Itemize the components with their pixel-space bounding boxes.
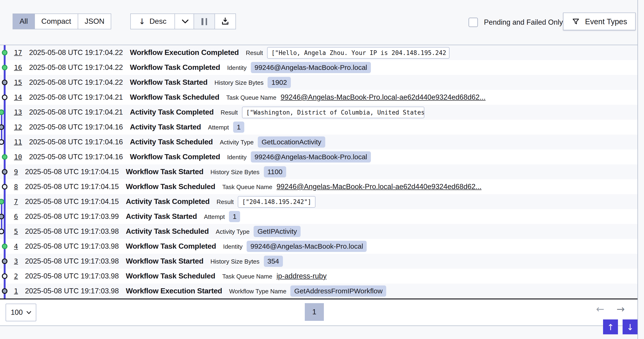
timeline-dot: [2, 169, 8, 175]
event-detail-value[interactable]: 99246@Angelas-MacBook-Pro.local-ae62d440…: [276, 183, 481, 191]
timeline-dot: [2, 243, 8, 249]
history-page: All Compact JSON ↓ Desc: [0, 0, 644, 339]
current-page-button[interactable]: 1: [305, 303, 324, 321]
event-row[interactable]: 3 2025-05-08 UTC 19:17:03.98 Workflow Ta…: [0, 254, 638, 269]
event-row[interactable]: 4 2025-05-08 UTC 19:17:03.98 Workflow Ta…: [0, 239, 638, 254]
previous-page-arrow-icon[interactable]: ←: [596, 304, 604, 314]
event-row[interactable]: 10 2025-05-08 UTC 19:17:04.16 Workflow T…: [0, 149, 638, 164]
event-row[interactable]: 14 2025-05-08 UTC 19:17:04.21 Workflow T…: [0, 90, 638, 105]
view-mode-compact-button[interactable]: Compact: [34, 14, 78, 29]
event-row[interactable]: 12 2025-05-08 UTC 19:17:04.16 Activity T…: [0, 120, 638, 135]
event-row[interactable]: 2 2025-05-08 UTC 19:17:03.98 Workflow Ta…: [0, 269, 638, 284]
sort-dropdown-button[interactable]: [174, 14, 196, 29]
event-row[interactable]: 6 2025-05-08 UTC 19:17:03.99 Activity Ta…: [0, 209, 638, 224]
event-id-link[interactable]: 3: [14, 257, 18, 265]
page-size-select[interactable]: 100: [6, 304, 36, 321]
event-detail-value[interactable]: ip-address-ruby: [276, 272, 326, 280]
event-name: Workflow Task Scheduled: [126, 183, 215, 191]
event-name: Workflow Task Completed: [130, 153, 220, 161]
event-row[interactable]: 13 2025-05-08 UTC 19:17:04.21 Activity T…: [0, 105, 638, 120]
event-detail-value: GetIPActivity: [254, 226, 301, 237]
chevron-down-icon: [182, 19, 189, 24]
event-detail-label: History Size Bytes: [210, 258, 260, 265]
view-mode-json-button[interactable]: JSON: [78, 14, 111, 29]
event-row[interactable]: 5 2025-05-08 UTC 19:17:03.98 Activity Ta…: [0, 224, 638, 239]
event-row[interactable]: 17 2025-05-08 UTC 19:17:04.22 Workflow E…: [0, 45, 638, 60]
timeline-dot: [2, 65, 8, 70]
view-mode-switcher: All Compact JSON: [12, 14, 112, 29]
event-name: Workflow Task Completed: [130, 63, 220, 72]
event-name: Activity Task Completed: [130, 108, 214, 116]
event-timestamp: 2025-05-08 UTC 19:17:03.98: [25, 227, 119, 236]
event-row[interactable]: 15 2025-05-08 UTC 19:17:04.22 Workflow T…: [0, 75, 638, 90]
event-detail: Task Queue Name ip-address-ruby: [222, 272, 327, 280]
event-row[interactable]: 7 2025-05-08 UTC 19:17:04.15 Activity Ta…: [0, 194, 638, 209]
event-detail-label: History Size Bytes: [214, 79, 264, 86]
view-mode-all-button[interactable]: All: [13, 14, 34, 29]
funnel-icon: [572, 17, 580, 26]
next-page-arrow-icon[interactable]: →: [616, 304, 625, 314]
event-id-link[interactable]: 6: [14, 213, 18, 220]
event-detail-value: ["Washington, District of Columbia, Unit…: [242, 106, 424, 118]
event-detail-value[interactable]: 99246@Angelas-MacBook-Pro.local-ae62d440…: [280, 93, 486, 102]
event-detail-label: Result: [220, 109, 238, 116]
table-action-buttons: [194, 14, 236, 29]
event-row[interactable]: 8 2025-05-08 UTC 19:17:04.15 Workflow Ta…: [0, 179, 638, 194]
event-row[interactable]: 16 2025-05-08 UTC 19:17:04.22 Workflow T…: [0, 60, 638, 75]
pause-autorefresh-button[interactable]: [194, 14, 215, 29]
event-id-link[interactable]: 2: [14, 272, 18, 280]
event-id-link[interactable]: 12: [14, 123, 22, 131]
event-detail: History Size Bytes 1902: [214, 77, 291, 88]
event-timestamp: 2025-05-08 UTC 19:17:04.22: [29, 78, 123, 87]
event-detail-value: GetLocationActivity: [258, 136, 325, 148]
event-detail: Attempt 1: [208, 122, 244, 133]
event-id-link[interactable]: 17: [14, 49, 22, 56]
event-row[interactable]: 9 2025-05-08 UTC 19:17:04.15 Workflow Ta…: [0, 164, 638, 179]
event-id-link[interactable]: 1: [14, 287, 18, 295]
event-row[interactable]: 1 2025-05-08 UTC 19:17:03.98 Workflow Ex…: [0, 284, 638, 298]
event-timestamp: 2025-05-08 UTC 19:17:03.99: [25, 212, 119, 221]
event-detail: Activity Type GetIPActivity: [216, 226, 300, 237]
content-panel: All Compact JSON ↓ Desc: [0, 0, 638, 339]
event-detail-value: GetAddressFromIPWorkflow: [290, 285, 386, 297]
event-id-link[interactable]: 11: [14, 138, 22, 146]
event-id-link[interactable]: 10: [14, 153, 22, 161]
event-detail-value: 1100: [264, 166, 286, 177]
event-id-link[interactable]: 5: [14, 228, 18, 235]
event-id-link[interactable]: 4: [14, 243, 18, 250]
arrow-down-icon: ↓: [139, 18, 146, 25]
scroll-to-bottom-button[interactable]: ↓: [622, 319, 638, 334]
event-timestamp: 2025-05-08 UTC 19:17:03.98: [25, 272, 119, 280]
event-name: Activity Task Completed: [126, 197, 210, 206]
pending-failed-checkbox[interactable]: [468, 18, 478, 27]
event-id-link[interactable]: 15: [14, 79, 22, 86]
event-row[interactable]: 11 2025-05-08 UTC 19:17:04.16 Activity T…: [0, 135, 638, 149]
event-detail-label: Result: [246, 49, 263, 56]
event-name: Workflow Task Started: [130, 78, 208, 87]
event-name: Workflow Task Completed: [126, 242, 216, 250]
sort-order-control: ↓ Desc: [130, 14, 196, 29]
scroll-to-top-button[interactable]: ↑: [603, 319, 618, 334]
download-history-button[interactable]: [215, 14, 236, 29]
sort-desc-button[interactable]: ↓ Desc: [131, 14, 174, 29]
event-detail-value: 354: [264, 256, 283, 267]
event-id-link[interactable]: 8: [14, 183, 18, 190]
timeline-dot: [2, 154, 8, 160]
event-timestamp: 2025-05-08 UTC 19:17:04.16: [29, 138, 123, 146]
event-detail: Task Queue Name 99246@Angelas-MacBook-Pr…: [226, 93, 486, 102]
event-detail-label: Activity Type: [220, 139, 254, 146]
event-detail: Activity Type GetLocationActivity: [220, 136, 325, 148]
event-detail-label: Identity: [223, 243, 243, 250]
timeline-dot: [2, 95, 8, 100]
event-id-link[interactable]: 16: [14, 64, 22, 71]
event-types-filter-button[interactable]: Event Types: [563, 13, 636, 30]
event-detail-label: History Size Bytes: [210, 168, 260, 175]
timeline-dot: [2, 80, 8, 85]
event-id-link[interactable]: 9: [14, 168, 18, 176]
toolbar: All Compact JSON ↓ Desc: [0, 0, 638, 45]
event-id-link[interactable]: 7: [14, 198, 18, 205]
event-id-link[interactable]: 13: [14, 109, 22, 116]
pause-icon: [202, 18, 207, 25]
event-id-link[interactable]: 14: [14, 94, 22, 101]
event-name: Workflow Execution Completed: [130, 49, 239, 57]
